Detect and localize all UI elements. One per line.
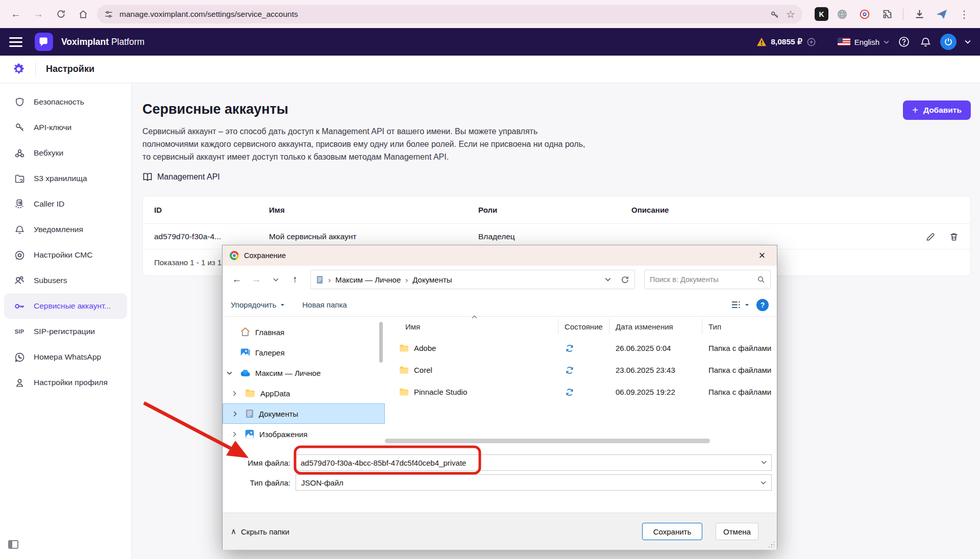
save-button[interactable]: Сохранить: [642, 523, 702, 540]
nav-back-button[interactable]: ←: [229, 274, 245, 285]
sidebar-item-sip-registrations[interactable]: SIP SIP-регистрации: [0, 319, 131, 344]
extension-target-icon[interactable]: [856, 6, 873, 23]
nav-forward-button[interactable]: →: [248, 274, 264, 285]
language-selector[interactable]: English: [838, 38, 889, 46]
dialog-close-button[interactable]: ×: [754, 250, 770, 261]
extension-plane-icon[interactable]: [933, 6, 950, 23]
delete-trash-icon[interactable]: [949, 232, 959, 242]
breadcrumb-current[interactable]: Документы: [412, 275, 452, 284]
chevron-expanded-icon[interactable]: [227, 371, 234, 375]
cancel-button[interactable]: Отмена: [716, 523, 758, 540]
sip-icon: SIP: [13, 328, 26, 335]
file-row-corel[interactable]: Corel 23.06.2025 23:43 Папка с файлами: [385, 359, 777, 381]
new-folder-label: Новая папка: [302, 300, 347, 309]
file-column-type[interactable]: Тип: [702, 319, 777, 334]
address-chevron-icon[interactable]: [605, 277, 611, 282]
resize-grip[interactable]: [768, 541, 774, 547]
browser-back-button[interactable]: ←: [7, 6, 24, 23]
file-date: 26.06.2025 0:04: [609, 344, 702, 352]
tree-item-gallery[interactable]: Галерея: [223, 342, 385, 363]
dialog-search-box[interactable]: [644, 270, 771, 289]
sidebar-item-profile-settings[interactable]: Настройки профиля: [0, 370, 131, 395]
filename-dropdown-chevron[interactable]: [761, 461, 767, 464]
menu-hamburger-button[interactable]: [9, 37, 22, 47]
add-button-label: Добавить: [923, 106, 962, 115]
address-bar[interactable]: manage.voximplant.com/settings/service_a…: [97, 5, 802, 23]
extensions-puzzle-button[interactable]: [878, 6, 896, 23]
file-row-pinnacle-studio[interactable]: Pinnacle Studio 06.09.2025 19:22 Папка с…: [385, 381, 777, 403]
subheader-divider: [35, 63, 36, 76]
sidebar-item-subusers[interactable]: Subusers: [0, 268, 131, 293]
organize-menu-button[interactable]: Упорядочить: [231, 300, 285, 309]
tree-item-onedrive[interactable]: Максим — Личное: [223, 363, 385, 383]
password-key-icon[interactable]: [770, 9, 780, 19]
hide-folders-button[interactable]: ∧ Скрыть папки: [231, 527, 289, 536]
extension-globe-icon[interactable]: [834, 6, 851, 23]
account-avatar[interactable]: [940, 34, 957, 50]
nav-recent-chevron[interactable]: [267, 278, 284, 282]
voximplant-logo[interactable]: [35, 33, 53, 51]
new-folder-button[interactable]: Новая папка: [302, 300, 347, 309]
tree-item-home[interactable]: Главная: [223, 322, 385, 342]
browser-reload-button[interactable]: [52, 6, 69, 23]
extension-k-icon[interactable]: K: [815, 7, 828, 21]
file-row-adobe[interactable]: Adobe 26.06.2025 0:04 Папка с файлами: [385, 337, 777, 359]
nav-up-button[interactable]: ↑: [287, 274, 303, 285]
sidebar-item-caller-id[interactable]: Caller ID: [0, 191, 131, 217]
tree-item-appdata[interactable]: AppData: [223, 383, 385, 403]
sidebar-item-service-accounts[interactable]: Сервисные аккаунт...: [4, 293, 127, 319]
chevron-collapsed-icon[interactable]: [233, 411, 240, 417]
edit-pencil-icon[interactable]: [925, 232, 936, 242]
sidebar-collapse-icon[interactable]: [8, 540, 18, 549]
account-chevron-icon[interactable]: [965, 40, 971, 44]
search-input[interactable]: [650, 275, 757, 284]
cell-name: Мой сервисный аккаунт: [269, 232, 478, 241]
filename-input[interactable]: [296, 454, 772, 471]
chevron-collapsed-icon[interactable]: [233, 431, 240, 437]
bookmark-star-icon[interactable]: ☆: [786, 8, 795, 20]
settings-gear-icon[interactable]: [12, 63, 25, 75]
browser-home-button[interactable]: [75, 6, 92, 23]
notifications-button[interactable]: [919, 35, 932, 48]
plus-icon: +: [912, 105, 918, 115]
sidebar-item-notifications[interactable]: Уведомления: [0, 217, 131, 242]
horizontal-scrollbar[interactable]: [385, 439, 772, 443]
breadcrumb-root[interactable]: Максим — Личное: [335, 275, 401, 284]
help-button[interactable]: [897, 35, 911, 48]
sidebar-item-webhooks[interactable]: Вебхуки: [0, 140, 131, 166]
browser-menu-button[interactable]: ⋮: [955, 6, 973, 23]
balance-widget[interactable]: 8,0855 ₽: [756, 37, 816, 47]
sidebar-item-security[interactable]: Безопасность: [0, 89, 131, 115]
browser-forward-button[interactable]: →: [30, 6, 47, 23]
tree-item-pictures[interactable]: Изображения: [223, 424, 385, 444]
file-type: Папка с файлами: [702, 366, 777, 374]
tree-item-documents[interactable]: Документы: [223, 403, 385, 424]
file-column-date[interactable]: Дата изменения: [609, 319, 702, 334]
add-service-account-button[interactable]: + Добавить: [903, 100, 971, 120]
dialog-title-bar[interactable]: Сохранение ×: [223, 245, 777, 266]
file-column-name[interactable]: Имя: [385, 319, 558, 334]
management-api-link[interactable]: Management API: [142, 172, 220, 182]
browser-toolbar: ← → manage.voximplant.com/settings/servi…: [0, 0, 980, 28]
puzzle-icon: [882, 9, 893, 19]
chevron-collapsed-icon[interactable]: [233, 391, 240, 396]
sidebar-item-label: Настройки СМС: [34, 250, 92, 260]
dialog-help-button[interactable]: ?: [756, 299, 769, 311]
view-mode-button[interactable]: [731, 301, 749, 309]
sidebar-item-label: Вебхуки: [34, 148, 63, 158]
filetype-select[interactable]: JSON-файл: [296, 474, 772, 491]
sms-settings-icon: [13, 250, 26, 261]
sidebar-item-sms-settings[interactable]: Настройки СМС: [0, 242, 131, 268]
sidebar-item-s3-storage[interactable]: S3 хранилища: [0, 166, 131, 191]
add-funds-icon[interactable]: [806, 37, 816, 47]
sidebar-item-whatsapp-numbers[interactable]: Номера WhatsApp: [0, 344, 131, 370]
tree-scrollbar[interactable]: [379, 322, 383, 439]
breadcrumb-bar[interactable]: › Максим — Личное › Документы: [310, 270, 635, 289]
sidebar-item-api-keys[interactable]: API-ключи: [0, 115, 131, 140]
url-text[interactable]: manage.voximplant.com/settings/service_a…: [119, 10, 764, 19]
sidebar-item-label: Уведомления: [34, 225, 83, 234]
refresh-icon[interactable]: [621, 275, 629, 284]
downloads-button[interactable]: [911, 6, 928, 23]
file-column-status[interactable]: Состояние: [558, 319, 609, 334]
sort-ascending-icon: [472, 315, 477, 319]
